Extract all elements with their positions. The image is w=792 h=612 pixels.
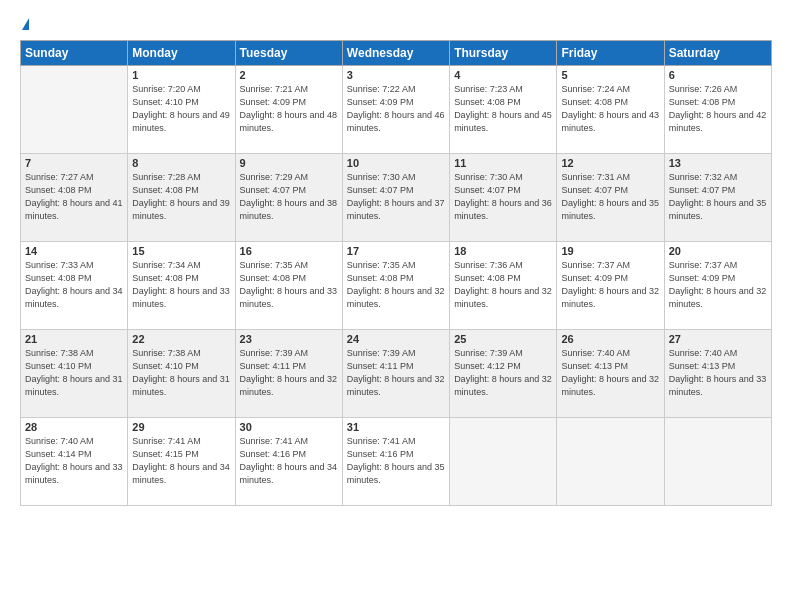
- calendar-day-cell: 21Sunrise: 7:38 AMSunset: 4:10 PMDayligh…: [21, 330, 128, 418]
- day-info: Sunrise: 7:40 AMSunset: 4:14 PMDaylight:…: [25, 435, 123, 487]
- day-number: 4: [454, 69, 552, 81]
- day-number: 30: [240, 421, 338, 433]
- calendar-day-cell: [21, 66, 128, 154]
- day-number: 15: [132, 245, 230, 257]
- calendar-day-cell: 27Sunrise: 7:40 AMSunset: 4:13 PMDayligh…: [664, 330, 771, 418]
- calendar-day-cell: 11Sunrise: 7:30 AMSunset: 4:07 PMDayligh…: [450, 154, 557, 242]
- logo: [20, 18, 29, 30]
- day-info: Sunrise: 7:40 AMSunset: 4:13 PMDaylight:…: [561, 347, 659, 399]
- day-number: 8: [132, 157, 230, 169]
- calendar-day-cell: 3Sunrise: 7:22 AMSunset: 4:09 PMDaylight…: [342, 66, 449, 154]
- calendar-day-cell: 15Sunrise: 7:34 AMSunset: 4:08 PMDayligh…: [128, 242, 235, 330]
- calendar-week-row: 1Sunrise: 7:20 AMSunset: 4:10 PMDaylight…: [21, 66, 772, 154]
- page: SundayMondayTuesdayWednesdayThursdayFrid…: [0, 0, 792, 612]
- day-number: 14: [25, 245, 123, 257]
- weekday-header-wednesday: Wednesday: [342, 41, 449, 66]
- day-number: 28: [25, 421, 123, 433]
- day-info: Sunrise: 7:28 AMSunset: 4:08 PMDaylight:…: [132, 171, 230, 223]
- day-number: 29: [132, 421, 230, 433]
- calendar-day-cell: 23Sunrise: 7:39 AMSunset: 4:11 PMDayligh…: [235, 330, 342, 418]
- calendar-day-cell: 16Sunrise: 7:35 AMSunset: 4:08 PMDayligh…: [235, 242, 342, 330]
- day-info: Sunrise: 7:30 AMSunset: 4:07 PMDaylight:…: [347, 171, 445, 223]
- day-info: Sunrise: 7:33 AMSunset: 4:08 PMDaylight:…: [25, 259, 123, 311]
- day-number: 3: [347, 69, 445, 81]
- weekday-header-saturday: Saturday: [664, 41, 771, 66]
- calendar-day-cell: 1Sunrise: 7:20 AMSunset: 4:10 PMDaylight…: [128, 66, 235, 154]
- day-number: 5: [561, 69, 659, 81]
- day-info: Sunrise: 7:32 AMSunset: 4:07 PMDaylight:…: [669, 171, 767, 223]
- calendar-day-cell: 5Sunrise: 7:24 AMSunset: 4:08 PMDaylight…: [557, 66, 664, 154]
- day-info: Sunrise: 7:40 AMSunset: 4:13 PMDaylight:…: [669, 347, 767, 399]
- calendar-day-cell: 25Sunrise: 7:39 AMSunset: 4:12 PMDayligh…: [450, 330, 557, 418]
- calendar-day-cell: 8Sunrise: 7:28 AMSunset: 4:08 PMDaylight…: [128, 154, 235, 242]
- day-info: Sunrise: 7:36 AMSunset: 4:08 PMDaylight:…: [454, 259, 552, 311]
- calendar-day-cell: 22Sunrise: 7:38 AMSunset: 4:10 PMDayligh…: [128, 330, 235, 418]
- calendar-day-cell: 18Sunrise: 7:36 AMSunset: 4:08 PMDayligh…: [450, 242, 557, 330]
- day-info: Sunrise: 7:41 AMSunset: 4:16 PMDaylight:…: [347, 435, 445, 487]
- calendar-day-cell: 6Sunrise: 7:26 AMSunset: 4:08 PMDaylight…: [664, 66, 771, 154]
- weekday-header-friday: Friday: [557, 41, 664, 66]
- calendar-day-cell: 9Sunrise: 7:29 AMSunset: 4:07 PMDaylight…: [235, 154, 342, 242]
- day-number: 13: [669, 157, 767, 169]
- day-info: Sunrise: 7:27 AMSunset: 4:08 PMDaylight:…: [25, 171, 123, 223]
- day-info: Sunrise: 7:29 AMSunset: 4:07 PMDaylight:…: [240, 171, 338, 223]
- day-info: Sunrise: 7:39 AMSunset: 4:12 PMDaylight:…: [454, 347, 552, 399]
- calendar-day-cell: 29Sunrise: 7:41 AMSunset: 4:15 PMDayligh…: [128, 418, 235, 506]
- calendar-day-cell: 17Sunrise: 7:35 AMSunset: 4:08 PMDayligh…: [342, 242, 449, 330]
- day-number: 20: [669, 245, 767, 257]
- day-info: Sunrise: 7:34 AMSunset: 4:08 PMDaylight:…: [132, 259, 230, 311]
- day-number: 26: [561, 333, 659, 345]
- calendar-day-cell: 19Sunrise: 7:37 AMSunset: 4:09 PMDayligh…: [557, 242, 664, 330]
- day-info: Sunrise: 7:35 AMSunset: 4:08 PMDaylight:…: [240, 259, 338, 311]
- calendar-day-cell: [557, 418, 664, 506]
- day-info: Sunrise: 7:35 AMSunset: 4:08 PMDaylight:…: [347, 259, 445, 311]
- day-number: 19: [561, 245, 659, 257]
- day-number: 24: [347, 333, 445, 345]
- weekday-header-thursday: Thursday: [450, 41, 557, 66]
- day-info: Sunrise: 7:30 AMSunset: 4:07 PMDaylight:…: [454, 171, 552, 223]
- calendar-day-cell: 28Sunrise: 7:40 AMSunset: 4:14 PMDayligh…: [21, 418, 128, 506]
- day-number: 1: [132, 69, 230, 81]
- calendar-day-cell: 12Sunrise: 7:31 AMSunset: 4:07 PMDayligh…: [557, 154, 664, 242]
- day-number: 27: [669, 333, 767, 345]
- day-info: Sunrise: 7:41 AMSunset: 4:16 PMDaylight:…: [240, 435, 338, 487]
- calendar-week-row: 7Sunrise: 7:27 AMSunset: 4:08 PMDaylight…: [21, 154, 772, 242]
- day-info: Sunrise: 7:23 AMSunset: 4:08 PMDaylight:…: [454, 83, 552, 135]
- day-info: Sunrise: 7:39 AMSunset: 4:11 PMDaylight:…: [240, 347, 338, 399]
- weekday-header-tuesday: Tuesday: [235, 41, 342, 66]
- header: [20, 18, 772, 30]
- day-info: Sunrise: 7:26 AMSunset: 4:08 PMDaylight:…: [669, 83, 767, 135]
- day-number: 12: [561, 157, 659, 169]
- weekday-header-row: SundayMondayTuesdayWednesdayThursdayFrid…: [21, 41, 772, 66]
- calendar-day-cell: 2Sunrise: 7:21 AMSunset: 4:09 PMDaylight…: [235, 66, 342, 154]
- calendar-day-cell: 20Sunrise: 7:37 AMSunset: 4:09 PMDayligh…: [664, 242, 771, 330]
- day-number: 23: [240, 333, 338, 345]
- day-info: Sunrise: 7:39 AMSunset: 4:11 PMDaylight:…: [347, 347, 445, 399]
- day-info: Sunrise: 7:20 AMSunset: 4:10 PMDaylight:…: [132, 83, 230, 135]
- calendar-day-cell: 4Sunrise: 7:23 AMSunset: 4:08 PMDaylight…: [450, 66, 557, 154]
- day-info: Sunrise: 7:38 AMSunset: 4:10 PMDaylight:…: [25, 347, 123, 399]
- day-number: 18: [454, 245, 552, 257]
- day-number: 9: [240, 157, 338, 169]
- day-number: 21: [25, 333, 123, 345]
- day-number: 22: [132, 333, 230, 345]
- day-number: 6: [669, 69, 767, 81]
- calendar-table: SundayMondayTuesdayWednesdayThursdayFrid…: [20, 40, 772, 506]
- calendar-day-cell: 14Sunrise: 7:33 AMSunset: 4:08 PMDayligh…: [21, 242, 128, 330]
- calendar-day-cell: 24Sunrise: 7:39 AMSunset: 4:11 PMDayligh…: [342, 330, 449, 418]
- day-info: Sunrise: 7:31 AMSunset: 4:07 PMDaylight:…: [561, 171, 659, 223]
- day-info: Sunrise: 7:38 AMSunset: 4:10 PMDaylight:…: [132, 347, 230, 399]
- day-number: 10: [347, 157, 445, 169]
- calendar-week-row: 21Sunrise: 7:38 AMSunset: 4:10 PMDayligh…: [21, 330, 772, 418]
- calendar-week-row: 14Sunrise: 7:33 AMSunset: 4:08 PMDayligh…: [21, 242, 772, 330]
- logo-triangle-icon: [22, 18, 29, 30]
- calendar-day-cell: 31Sunrise: 7:41 AMSunset: 4:16 PMDayligh…: [342, 418, 449, 506]
- calendar-day-cell: 30Sunrise: 7:41 AMSunset: 4:16 PMDayligh…: [235, 418, 342, 506]
- calendar-day-cell: [664, 418, 771, 506]
- calendar-day-cell: 7Sunrise: 7:27 AMSunset: 4:08 PMDaylight…: [21, 154, 128, 242]
- day-number: 2: [240, 69, 338, 81]
- calendar-week-row: 28Sunrise: 7:40 AMSunset: 4:14 PMDayligh…: [21, 418, 772, 506]
- day-info: Sunrise: 7:41 AMSunset: 4:15 PMDaylight:…: [132, 435, 230, 487]
- day-number: 11: [454, 157, 552, 169]
- day-number: 7: [25, 157, 123, 169]
